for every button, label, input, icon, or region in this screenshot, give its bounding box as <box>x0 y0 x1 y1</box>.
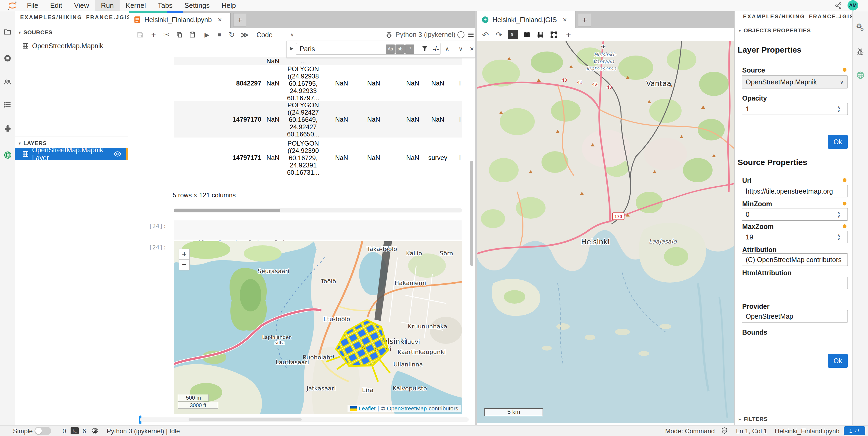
cut-cell-icon[interactable]: ✂ <box>162 30 171 40</box>
add-layer-icon[interactable]: + <box>564 30 573 40</box>
menu-edit[interactable]: Edit <box>44 0 68 11</box>
objects-properties-header[interactable]: ▾ OBJECTS PROPERTIES <box>739 26 811 35</box>
stop-kernel-icon[interactable]: ■ <box>214 30 224 40</box>
source-list-item[interactable]: OpenStreetMap.Mapnik <box>23 40 103 52</box>
map-label: Taka-Töölö <box>367 245 397 252</box>
table-cell: NaN <box>403 138 422 178</box>
minzoom-input[interactable] <box>742 208 848 221</box>
jgis-panel-icon[interactable] <box>856 71 865 80</box>
pane-split-handle[interactable] <box>475 11 477 425</box>
filter-icon[interactable] <box>421 45 428 52</box>
sources-section-header[interactable]: ▾ SOURCES <box>19 27 52 37</box>
jgis-map-view[interactable]: 170 40 41 42 43 ✈ Helsinki- Vantaan lent… <box>477 41 734 423</box>
code-cell-input[interactable]: m = gdf.explore(tooltip=cols) ox.graph_t… <box>174 220 462 240</box>
kernel-status-icon[interactable] <box>458 31 464 38</box>
zoom-out-button[interactable]: − <box>179 260 189 270</box>
layer-list-item-selected[interactable]: OpenStreetMap.Mapnik Layer <box>15 148 128 160</box>
vector-polygon-icon[interactable] <box>549 30 559 40</box>
table-cell: NaN <box>403 101 422 138</box>
leaflet-map-output[interactable]: Taka-Töölö Kallio Sörn Seurasaari Töölö … <box>174 241 462 414</box>
active-filename[interactable]: Helsinki_Finland.ipynb <box>775 427 839 435</box>
filters-section-header[interactable]: ▸ FILTERS <box>739 415 768 423</box>
zoom-in-button[interactable]: + <box>179 249 189 260</box>
close-tab-icon[interactable]: × <box>218 16 222 24</box>
source-ok-button[interactable]: Ok <box>828 354 848 368</box>
notebook-hscrollbar-track[interactable] <box>140 417 469 422</box>
simple-mode-toggle[interactable] <box>34 427 51 435</box>
avatar[interactable]: AM <box>847 0 858 10</box>
paste-cell-icon[interactable] <box>187 30 197 40</box>
editor-mode[interactable]: Mode: Command <box>665 427 715 435</box>
new-tab-button[interactable]: + <box>233 13 246 27</box>
leaflet-link[interactable]: Leaflet <box>359 405 376 412</box>
cell-type-select[interactable]: Code ∨ <box>256 30 294 40</box>
run-all-icon[interactable]: ≫ <box>240 30 249 40</box>
notebook-tab[interactable]: Helsinki_Finland.ipynb × <box>129 11 230 28</box>
kernels-count[interactable]: 6 <box>83 427 86 435</box>
table-row: 14797170 NaN POLYGON((24.9242760.16649,2… <box>174 101 462 138</box>
horizontal-scrollbar-track[interactable] <box>174 208 462 212</box>
new-tab-button[interactable]: + <box>578 13 591 27</box>
run-cell-icon[interactable]: ▶ <box>202 30 212 40</box>
undo-icon[interactable]: ↶ <box>480 30 490 40</box>
toolbar-overflow-icon[interactable] <box>466 30 476 40</box>
menu-run[interactable]: Run <box>95 0 120 11</box>
raster-grid-icon[interactable] <box>535 30 545 40</box>
stepper-icon[interactable]: ∧∨ <box>837 106 840 112</box>
copy-cell-icon[interactable] <box>175 30 184 40</box>
menu-kernel[interactable]: Kernel <box>120 0 152 11</box>
provider-input[interactable] <box>742 310 848 322</box>
redo-icon[interactable]: ↷ <box>494 30 504 40</box>
next-match-icon[interactable]: ∨ <box>459 46 463 53</box>
console-icon[interactable]: $_ <box>508 30 518 39</box>
running-kernels-icon[interactable] <box>3 54 11 62</box>
add-cell-icon[interactable]: + <box>149 30 158 40</box>
regex-icon[interactable]: .* <box>405 45 414 54</box>
terminals-count[interactable]: 0 <box>62 427 66 435</box>
source-select[interactable]: OpenStreetMap.Mapnik ∨ <box>742 76 848 88</box>
stepper-icon[interactable]: ∧∨ <box>837 233 840 240</box>
jgis-globe-icon[interactable] <box>3 151 11 159</box>
menu-tabs[interactable]: Tabs <box>152 0 178 11</box>
save-icon[interactable] <box>135 30 145 40</box>
kernel-status-text[interactable]: Python 3 (ipykernel) | Idle <box>107 427 180 435</box>
debugger-bug-icon[interactable] <box>856 48 864 56</box>
extensions-icon[interactable] <box>3 125 11 133</box>
collaborators-icon[interactable] <box>3 78 11 86</box>
debugger-bug-icon[interactable] <box>384 30 394 40</box>
file-browser-icon[interactable] <box>3 28 11 36</box>
opacity-input[interactable] <box>742 103 848 115</box>
jgis-tab[interactable]: Helsinki_Finland.jGIS × <box>477 11 576 28</box>
attribution-input[interactable] <box>742 254 848 266</box>
previous-match-icon[interactable]: ∧ <box>445 46 450 53</box>
attribution-field-label: Attribution <box>742 246 777 254</box>
restart-kernel-icon[interactable]: ↻ <box>227 30 237 40</box>
share-icon[interactable] <box>835 2 842 9</box>
stepper-icon[interactable]: ∧∨ <box>837 211 840 218</box>
menu-help[interactable]: Help <box>216 0 242 11</box>
property-inspector-icon[interactable]: ⚙⚙ <box>856 22 866 30</box>
menu-view[interactable]: View <box>68 0 95 11</box>
expand-search-icon[interactable]: ▶ <box>290 46 293 51</box>
osm-link[interactable]: OpenStreetMap <box>387 405 427 412</box>
table-of-contents-icon[interactable] <box>3 100 11 109</box>
whole-word-icon[interactable]: ab <box>396 45 405 54</box>
menu-file[interactable]: File <box>21 0 44 11</box>
notebook-vscrollbar-thumb[interactable] <box>470 161 473 266</box>
basemap-book-icon[interactable] <box>522 30 532 40</box>
notebook-hscrollbar-thumb[interactable] <box>189 418 302 421</box>
url-input[interactable] <box>742 185 848 197</box>
visibility-eye-icon[interactable] <box>114 151 121 157</box>
horizontal-scrollbar-thumb[interactable] <box>174 209 280 212</box>
search-input[interactable] <box>296 43 440 55</box>
cursor-position[interactable]: Ln 1, Col 1 <box>736 427 767 435</box>
maxzoom-input[interactable] <box>742 231 848 243</box>
close-search-icon[interactable]: × <box>470 45 474 53</box>
notifications-badge[interactable]: 1 <box>844 426 865 435</box>
htmlattribution-input[interactable] <box>742 277 848 289</box>
menu-settings[interactable]: Settings <box>178 0 216 11</box>
close-tab-icon[interactable]: × <box>563 16 567 24</box>
match-case-icon[interactable]: Aa <box>386 45 395 54</box>
kernel-name[interactable]: Python 3 (ipykernel) <box>396 31 455 38</box>
layer-ok-button[interactable]: Ok <box>828 135 848 149</box>
